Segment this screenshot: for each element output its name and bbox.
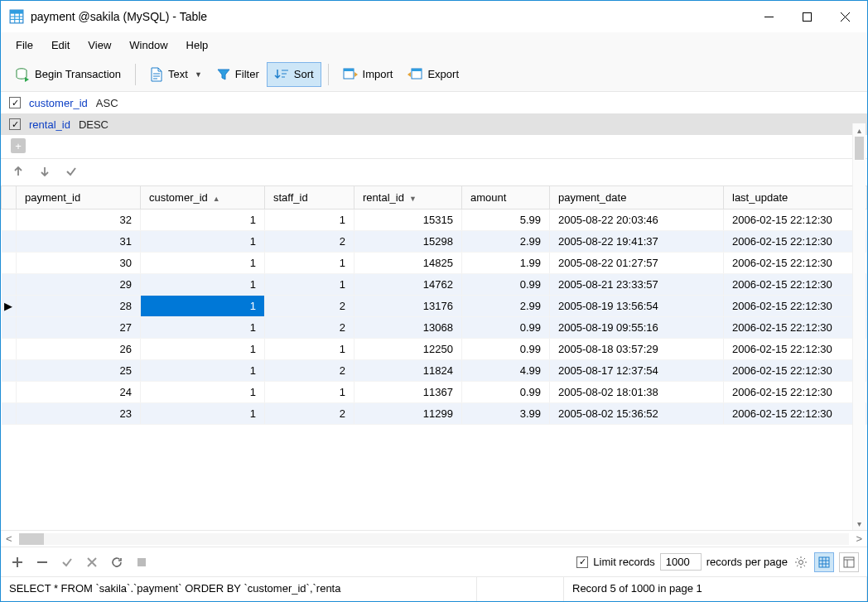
menu-file[interactable]: File [7,36,41,55]
table-row[interactable]: 3011148251.992005-08-22 01:27:572006-02-… [2,253,867,274]
cell-customer_id[interactable]: 1 [141,382,265,403]
scroll-right-icon[interactable]: > [856,532,862,545]
stop-button[interactable] [133,554,150,571]
cell-payment_id[interactable]: 27 [17,317,141,339]
cell-last_update[interactable]: 2006-02-15 22:12:30 [724,209,867,231]
cell-payment_id[interactable]: 25 [17,360,141,382]
vertical-scrollbar[interactable]: ▴ ▾ [852,123,866,530]
begin-transaction-button[interactable]: Begin Transaction [7,62,128,87]
table-row[interactable]: 2411113670.992005-08-02 18:01:382006-02-… [2,382,867,403]
sort-rule-row[interactable]: rental_id DESC [1,113,867,135]
sort-rule-field[interactable]: rental_id [29,118,70,131]
cell-last_update[interactable]: 2006-02-15 22:12:30 [724,339,867,360]
add-sort-rule-button[interactable]: + [11,138,26,153]
row-handle[interactable] [2,231,17,253]
limit-records-input[interactable]: 1000 [660,553,702,571]
menu-help[interactable]: Help [178,36,217,55]
export-button[interactable]: Export [400,62,466,87]
cell-last_update[interactable]: 2006-02-15 22:12:30 [724,317,867,339]
cell-rental_id[interactable]: 15315 [354,209,462,231]
cell-rental_id[interactable]: 11367 [354,382,462,403]
cell-rental_id[interactable]: 13068 [354,317,462,339]
row-handle[interactable]: ▶ [2,296,17,317]
cell-staff_id[interactable]: 1 [265,209,354,231]
cell-amount[interactable]: 1.99 [462,253,550,274]
row-handle[interactable] [2,382,17,403]
minimize-button[interactable] [750,4,788,29]
column-header-staff_id[interactable]: staff_id [265,186,354,209]
cell-rental_id[interactable]: 11824 [354,360,462,382]
cell-payment_id[interactable]: 30 [17,253,141,274]
cell-customer_id[interactable]: 1 [141,339,265,360]
limit-records-checkbox[interactable] [576,556,588,568]
cell-last_update[interactable]: 2006-02-15 22:12:30 [724,360,867,382]
close-button[interactable] [826,4,864,29]
cell-rental_id[interactable]: 11299 [354,403,462,425]
cell-amount[interactable]: 2.99 [462,296,550,317]
filter-button[interactable]: Filter [210,62,267,87]
table-row[interactable]: 2911147620.992005-08-21 23:33:572006-02-… [2,274,867,296]
scroll-thumb[interactable] [855,137,864,160]
menu-view[interactable]: View [80,36,119,55]
cell-rental_id[interactable]: 15298 [354,231,462,253]
row-handle[interactable] [2,209,17,231]
cell-staff_id[interactable]: 2 [265,360,354,382]
refresh-button[interactable] [108,554,125,571]
row-handle[interactable] [2,274,17,296]
sort-rule-checkbox[interactable] [9,118,21,130]
table-row[interactable]: 3112152982.992005-08-22 19:41:372006-02-… [2,231,867,253]
cell-amount[interactable]: 0.99 [462,317,550,339]
cell-payment_id[interactable]: 28 [17,296,141,317]
cell-payment_date[interactable]: 2005-08-22 20:03:46 [550,209,724,231]
horizontal-scrollbar[interactable]: < > [1,530,867,547]
column-header-last_update[interactable]: last_update [724,186,867,209]
cell-last_update[interactable]: 2006-02-15 22:12:30 [724,274,867,296]
cell-last_update[interactable]: 2006-02-15 22:12:30 [724,231,867,253]
cell-staff_id[interactable]: 1 [265,339,354,360]
settings-button[interactable] [793,554,809,571]
cell-payment_date[interactable]: 2005-08-22 19:41:37 [550,231,724,253]
form-view-button[interactable] [839,552,859,572]
cell-payment_date[interactable]: 2005-08-21 23:33:57 [550,274,724,296]
cell-staff_id[interactable]: 1 [265,274,354,296]
cell-staff_id[interactable]: 1 [265,382,354,403]
cell-rental_id[interactable]: 13176 [354,296,462,317]
column-header-payment_id[interactable]: payment_id [17,186,141,209]
column-header-customer_id[interactable]: customer_id▲ [141,186,265,209]
table-row[interactable]: 2712130680.992005-08-19 09:55:162006-02-… [2,317,867,339]
cell-staff_id[interactable]: 2 [265,403,354,425]
cell-staff_id[interactable]: 1 [265,253,354,274]
row-handle[interactable] [2,403,17,425]
grid-view-button[interactable] [814,552,834,572]
cell-payment_id[interactable]: 23 [17,403,141,425]
cell-payment_date[interactable]: 2005-08-19 13:56:54 [550,296,724,317]
cell-rental_id[interactable]: 14762 [354,274,462,296]
cell-rental_id[interactable]: 12250 [354,339,462,360]
table-row[interactable]: 3211153155.992005-08-22 20:03:462006-02-… [2,209,867,231]
cell-staff_id[interactable]: 2 [265,317,354,339]
cell-last_update[interactable]: 2006-02-15 22:12:30 [724,382,867,403]
cell-amount[interactable]: 3.99 [462,403,550,425]
cell-payment_date[interactable]: 2005-08-22 01:27:57 [550,253,724,274]
sort-rule-row[interactable]: customer_id ASC [1,92,867,113]
cell-last_update[interactable]: 2006-02-15 22:12:30 [724,253,867,274]
table-row[interactable]: 2611122500.992005-08-18 03:57:292006-02-… [2,339,867,360]
cell-customer_id[interactable]: 1 [141,403,265,425]
cell-amount[interactable]: 0.99 [462,274,550,296]
cell-customer_id[interactable]: 1 [141,253,265,274]
cell-customer_id[interactable]: 1 [141,317,265,339]
apply-changes-button[interactable] [59,554,75,571]
menu-edit[interactable]: Edit [43,36,78,55]
cell-payment_date[interactable]: 2005-08-02 15:36:52 [550,403,724,425]
sort-rule-direction[interactable]: DESC [79,118,108,131]
scroll-up-icon[interactable]: ▴ [853,123,866,137]
cell-staff_id[interactable]: 2 [265,296,354,317]
cell-last_update[interactable]: 2006-02-15 22:12:30 [724,403,867,425]
cell-payment_id[interactable]: 31 [17,231,141,253]
cell-payment_id[interactable]: 26 [17,339,141,360]
row-handle[interactable] [2,253,17,274]
cell-payment_date[interactable]: 2005-08-17 12:37:54 [550,360,724,382]
scroll-down-icon[interactable]: ▾ [853,517,866,530]
cell-customer_id[interactable]: 1 [141,296,265,317]
cell-amount[interactable]: 2.99 [462,231,550,253]
